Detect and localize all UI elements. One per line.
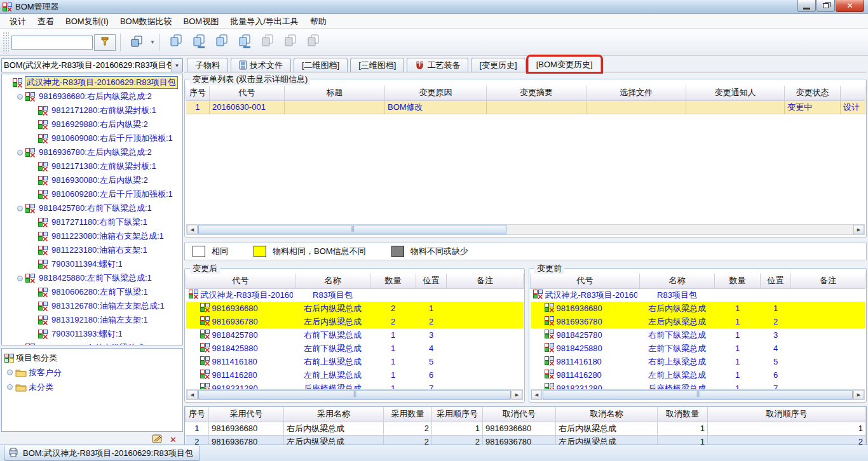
- column-header[interactable]: 代号: [531, 274, 640, 288]
- tree-item[interactable]: 9811223080:油箱右支架总成:1: [2, 229, 182, 243]
- tab-[二维图档][interactable]: [二维图档]: [294, 58, 348, 72]
- column-header[interactable]: 取消数量: [658, 407, 708, 422]
- column-header[interactable]: 取消代号: [483, 407, 556, 422]
- tree-toggle-icon[interactable]: [17, 276, 23, 281]
- tab-[变更历史][interactable]: [变更历史]: [471, 58, 525, 72]
- tree-item[interactable]: 9817271180:右前下纵梁:1: [2, 215, 182, 229]
- column-header[interactable]: 代号: [186, 274, 295, 288]
- column-header[interactable]: 选择文件: [587, 86, 686, 100]
- tree-toggle-icon[interactable]: [17, 206, 23, 211]
- after-change-hscrollbar[interactable]: ◀ ▶: [186, 389, 523, 400]
- toolbar-grip[interactable]: [3, 32, 9, 53]
- tree-item[interactable]: 9816930080:左后内纵梁:2: [2, 173, 182, 187]
- table-row[interactable]: 9816936680右后内纵梁总成21: [186, 302, 524, 315]
- column-header[interactable]: 备注: [791, 274, 865, 288]
- copy-bom-button[interactable]: [165, 33, 187, 52]
- table-row[interactable]: 9816936780左后内纵梁总成22: [186, 315, 524, 328]
- change-list-hscrollbar[interactable]: ◀ ▶: [186, 224, 865, 235]
- menu-item-查看[interactable]: 查看: [32, 15, 60, 29]
- column-header[interactable]: 取消名称: [556, 407, 658, 422]
- tab-[三维图档][interactable]: [三维图档]: [350, 58, 404, 72]
- tab-子物料[interactable]: 子物料: [187, 58, 228, 72]
- scroll-left-icon[interactable]: ◀: [531, 390, 542, 399]
- tab-[BOM变更历史][interactable]: [BOM变更历史]: [528, 57, 601, 72]
- tree-item[interactable]: 9810609280:左后千斤顶加强板:1: [2, 187, 182, 201]
- column-header[interactable]: 变更摘要: [487, 86, 587, 100]
- column-header[interactable]: 序号: [186, 86, 210, 100]
- column-header[interactable]: 采用顺序号: [432, 407, 483, 422]
- menu-item-帮助[interactable]: 帮助: [304, 15, 332, 29]
- minimize-button[interactable]: [797, 0, 816, 12]
- chevron-down-icon[interactable]: ▼: [150, 39, 155, 45]
- column-header[interactable]: 取消顺序号: [708, 407, 866, 422]
- bom-status-tab[interactable]: BOM:武汉神龙-R83项目-20160629:R83项目包: [4, 446, 200, 461]
- column-header[interactable]: 变更通知人: [686, 86, 785, 100]
- tree-toggle-icon[interactable]: [17, 150, 23, 156]
- combobox-dropdown-button[interactable]: ▼: [171, 59, 182, 72]
- assign-category-icon[interactable]: [152, 434, 165, 446]
- menu-item-BOM视图[interactable]: BOM视图: [178, 15, 225, 29]
- tree-item[interactable]: 武汉神龙-R83项目-20160629:R83项目包: [2, 76, 182, 90]
- tree-item[interactable]: 9810609080:右后千斤顶加强板:1: [2, 131, 182, 145]
- tree-item[interactable]: 7903011394:螺钉:1: [2, 257, 182, 271]
- tree-item[interactable]: 9816936680:右后内纵梁总成:2: [2, 90, 182, 104]
- bom-selector-combobox[interactable]: BOM(武汉神龙-R83项目-20160629:R83项目包) ▼: [1, 58, 183, 72]
- tree-toggle-icon[interactable]: [7, 384, 13, 390]
- restore-button[interactable]: [817, 0, 835, 12]
- column-header[interactable]: 数量: [370, 274, 416, 288]
- before-change-hscrollbar[interactable]: ◀ ▶: [531, 389, 865, 400]
- table-row[interactable]: 9818425780右前下纵梁总成13: [186, 328, 524, 342]
- menu-item-BOM复制(I)[interactable]: BOM复制(I): [60, 15, 114, 29]
- tab-工艺装备[interactable]: 工艺装备: [407, 58, 468, 72]
- category-item[interactable]: 未分类: [2, 380, 182, 394]
- tree-item[interactable]: 9810606280:左前下纵梁:1: [2, 285, 182, 299]
- tree-item[interactable]: 9818425880:左前下纵梁总成:1: [2, 271, 182, 285]
- table-row[interactable]: 9811416280左前上纵梁总成16: [186, 368, 524, 382]
- column-header[interactable]: 采用名称: [284, 407, 384, 422]
- tree-item[interactable]: 9813126780:油箱左支架总成:1: [2, 299, 182, 313]
- table-row[interactable]: 9811416180右前上纵梁总成15: [531, 355, 865, 368]
- column-header[interactable]: 位置: [761, 274, 791, 288]
- menu-item-BOM数据比较[interactable]: BOM数据比较: [114, 15, 178, 29]
- table-row[interactable]: 武汉神龙-R83项目-20160629R83项目包: [186, 288, 524, 302]
- column-header[interactable]: 位置: [416, 274, 447, 288]
- column-header[interactable]: 序号: [186, 407, 209, 422]
- tree-toggle-icon[interactable]: [17, 345, 23, 346]
- column-header[interactable]: 名称: [295, 274, 370, 288]
- table-row[interactable]: 9818425880左前下纵梁总成14: [186, 342, 524, 355]
- table-row[interactable]: 9811416280左前上纵梁总成16: [531, 368, 865, 382]
- scroll-right-icon[interactable]: ▶: [853, 390, 864, 399]
- tree-item[interactable]: 9816936780:左后内纵梁总成:2: [2, 145, 182, 159]
- category-item[interactable]: 按客户分: [2, 365, 182, 380]
- tree-item[interactable]: 7903011393:螺钉:1: [2, 327, 182, 341]
- table-row[interactable]: 120160630-001BOM修改变更中设计: [186, 100, 865, 114]
- delete-category-icon[interactable]: ✕: [170, 435, 177, 444]
- search-input[interactable]: [11, 36, 93, 50]
- scrollbar-thumb[interactable]: [198, 390, 511, 399]
- column-header[interactable]: [841, 86, 865, 100]
- column-header[interactable]: 代号: [210, 86, 285, 100]
- column-header[interactable]: 数量: [715, 274, 761, 288]
- table-row[interactable]: 9816936680右后内纵梁总成11: [531, 302, 865, 315]
- copy-bom-alt-button[interactable]: [211, 33, 233, 52]
- close-button[interactable]: ✕: [836, 0, 864, 12]
- tree-item[interactable]: 9813192180:油箱左支架:1: [2, 313, 182, 327]
- tree-item[interactable]: 9812171280:右前纵梁封板:1: [2, 104, 182, 117]
- tree-item[interactable]: 9811416180:右前上纵梁总成:1: [2, 341, 182, 345]
- scrollbar-thumb[interactable]: [543, 390, 853, 399]
- scroll-left-icon[interactable]: ◀: [187, 390, 198, 399]
- table-row[interactable]: 19816936680右后内纵梁总成219816936680右后内纵梁总成11: [186, 422, 866, 435]
- table-row[interactable]: 9818425880左前下纵梁总成14: [531, 342, 865, 355]
- scroll-left-icon[interactable]: ◀: [187, 225, 198, 234]
- tree-toggle-icon[interactable]: [17, 94, 23, 100]
- column-header[interactable]: 采用代号: [209, 407, 284, 422]
- tree-toggle-icon[interactable]: [7, 370, 13, 375]
- tree-item[interactable]: 9812171380:左前纵梁封板:1: [2, 159, 182, 173]
- tab-技术文件[interactable]: 技术文件: [231, 58, 291, 72]
- tree-item[interactable]: 9818425780:右前下纵梁总成:1: [2, 201, 182, 215]
- table-row[interactable]: 9811416180右前上纵梁总成15: [186, 355, 524, 368]
- category-root[interactable]: 项目包分类: [2, 351, 182, 365]
- tree-item[interactable]: 9816929880:右后内纵梁:2: [2, 117, 182, 131]
- copy-doc-underline-button[interactable]: [188, 33, 210, 52]
- column-header[interactable]: 标题: [285, 86, 385, 100]
